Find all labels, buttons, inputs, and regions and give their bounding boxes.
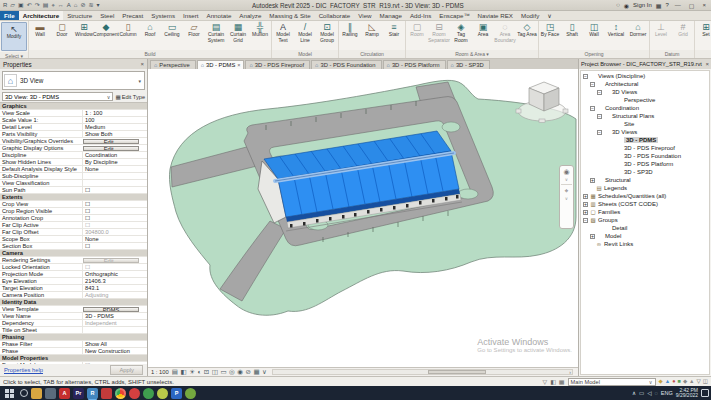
ribbon-button[interactable]: ◇ Tag Area <box>516 21 538 38</box>
status-icon[interactable]: ▽ <box>697 378 701 385</box>
status-icon[interactable]: ▲ <box>689 378 694 385</box>
tree-item[interactable]: 3D - PDMS <box>581 136 709 144</box>
property-value[interactable]: None <box>82 236 147 242</box>
start-button[interactable] <box>5 389 14 398</box>
property-row[interactable]: Graphics <box>0 103 147 110</box>
ribbon-button[interactable]: ↖ Modify <box>1 22 27 51</box>
property-row[interactable]: Section Box ☐ <box>0 243 147 250</box>
tree-item[interactable]: Detail <box>581 224 709 232</box>
property-row[interactable]: Scope Box None <box>0 236 147 243</box>
status-icon[interactable]: ▲ <box>665 378 670 385</box>
restore-button[interactable]: ▢ <box>687 2 697 9</box>
view-control-icon[interactable]: ▭ <box>220 368 226 376</box>
ribbon-tab[interactable]: Annotate <box>203 11 236 20</box>
qat-icon[interactable]: ▣ <box>18 1 24 10</box>
horizontal-scrollbar[interactable]: › <box>272 369 573 375</box>
tree-item[interactable]: Perspective <box>581 96 709 104</box>
property-row[interactable]: Extents <box>0 194 147 201</box>
ribbon-button[interactable]: ◺ Ramp <box>361 21 383 38</box>
ribbon-group-label[interactable]: Select ▾ <box>0 52 28 59</box>
language-indicator[interactable]: ENG <box>661 390 673 396</box>
property-row[interactable]: View Classification <box>0 180 147 187</box>
property-row[interactable]: Default Analysis Display Style None <box>0 166 147 173</box>
property-row[interactable]: Phase Filter Show All <box>0 341 147 348</box>
property-row[interactable]: Eye Elevation 21406.3 <box>0 278 147 285</box>
tree-expander[interactable] <box>597 226 602 231</box>
ribbon-button[interactable]: ↕ Vertical <box>605 21 627 38</box>
ribbon-button[interactable]: ⊟ Room Separator <box>428 21 450 43</box>
property-row[interactable]: Far Clip Offset 304800.0 <box>0 229 147 236</box>
view-control-icon[interactable]: ◧ <box>180 368 186 376</box>
sign-in-button[interactable]: Sign In <box>633 2 652 8</box>
ribbon-tab[interactable]: Naviate REX <box>474 11 517 20</box>
property-row[interactable]: Projection Mode Orthographic <box>0 271 147 278</box>
property-value[interactable]: Adjusting <box>82 292 147 298</box>
property-row[interactable]: View Name 3D - PDMS <box>0 313 147 320</box>
filter-icon[interactable]: ▽ <box>543 378 548 385</box>
property-value[interactable]: PDMS <box>83 307 139 312</box>
qat-icon[interactable]: ▤ <box>43 1 49 10</box>
taskbar-app[interactable]: P <box>171 388 182 399</box>
taskbar-app[interactable] <box>129 388 140 399</box>
tray-icon[interactable]: ◌ <box>655 390 658 396</box>
property-row[interactable]: Locked Orientation ☐ <box>0 264 147 271</box>
tree-expander[interactable] <box>589 186 594 191</box>
chevron-down-icon[interactable]: ▾ <box>138 78 143 84</box>
property-row[interactable]: View Scale 1 : 100 <box>0 110 147 117</box>
chevron-down-icon[interactable]: ∨ <box>565 177 568 182</box>
view-control-icon[interactable]: ⊘ <box>245 368 250 376</box>
ribbon-tab[interactable]: Manage <box>376 11 406 20</box>
tray-icon[interactable]: ◁ <box>647 390 651 396</box>
status-icon[interactable]: ◆ <box>683 378 687 385</box>
ribbon-tab[interactable]: Enscape™ <box>435 11 473 20</box>
view-control-icon[interactable]: ⊡ <box>204 368 209 376</box>
taskbar-app[interactable] <box>115 388 126 399</box>
taskbar-app[interactable] <box>31 388 42 399</box>
view-tab[interactable]: ⌂ Perspective <box>150 60 196 69</box>
ribbon-button[interactable]: ◌ Area Boundary <box>494 21 516 43</box>
scrollbar-thumb[interactable] <box>428 370 486 374</box>
property-value[interactable] <box>82 327 147 333</box>
tree-expander[interactable]: − <box>590 82 595 87</box>
tree-item[interactable]: − 3D Views <box>581 88 709 96</box>
property-value[interactable]: ☐ <box>82 222 147 228</box>
property-row[interactable]: Parts Visibility Show Both <box>0 131 147 138</box>
property-value[interactable]: ☐ <box>82 264 147 270</box>
ribbon-tab[interactable]: Collaborate <box>315 11 355 20</box>
property-value[interactable]: 1 : 100 <box>82 110 147 116</box>
property-row[interactable]: Visibility/Graphics Overrides Edit... <box>0 138 147 145</box>
property-row[interactable]: Crop Region Visible ☐ <box>0 208 147 215</box>
tree-expander[interactable]: + <box>583 202 588 207</box>
3d-viewport[interactable]: ◉ ∨ ⌖ ∨ Activate Windows Go to Settings … <box>148 69 578 367</box>
tree-expander[interactable]: + <box>583 194 588 199</box>
ribbon-group-label[interactable]: Room & Area ▾ <box>406 50 538 58</box>
ribbon-button[interactable]: ▯ Column <box>117 21 139 38</box>
ribbon-button[interactable]: ⌂ Dormer <box>627 21 649 38</box>
ribbon-button[interactable]: ≡ Stair <box>383 21 405 38</box>
property-row[interactable]: Model Properties <box>0 355 147 362</box>
close-button[interactable]: × <box>700 2 708 8</box>
property-value[interactable]: 21406.3 <box>82 278 147 284</box>
ribbon-tab[interactable]: View <box>354 11 375 20</box>
tree-item[interactable]: ∞ Revit Links <box>581 240 709 248</box>
tree-item[interactable]: 3D - SP3D <box>581 168 709 176</box>
view-control-icon[interactable]: ∨ <box>262 368 267 376</box>
type-selector[interactable]: ⌂ 3D View ▾ <box>2 71 145 90</box>
close-icon[interactable]: × <box>140 61 144 67</box>
ribbon-button[interactable]: ▬ Wall <box>29 21 51 38</box>
view-tab[interactable]: ⌂ 3D - PDMS × <box>197 60 245 69</box>
ribbon-button[interactable]: / Model Line <box>294 21 316 43</box>
taskbar-app[interactable] <box>185 388 196 399</box>
property-value[interactable]: Edit... <box>83 146 139 151</box>
taskbar-app[interactable] <box>101 388 112 399</box>
search-icon[interactable]: ◌ <box>616 2 620 8</box>
design-options-select[interactable]: Main Model ∨ <box>568 378 656 386</box>
tree-expander[interactable] <box>609 138 614 143</box>
tree-expander[interactable]: − <box>597 114 602 119</box>
worksets-icon[interactable]: ▦ <box>559 378 565 385</box>
qat-icon[interactable]: A <box>67 1 71 10</box>
property-row[interactable]: Dependency Independent <box>0 320 147 327</box>
ribbon-button[interactable]: ◈ Tag Room <box>450 21 472 43</box>
property-value[interactable]: ☐ <box>82 201 147 207</box>
ribbon-tab[interactable]: Modify <box>517 11 543 20</box>
